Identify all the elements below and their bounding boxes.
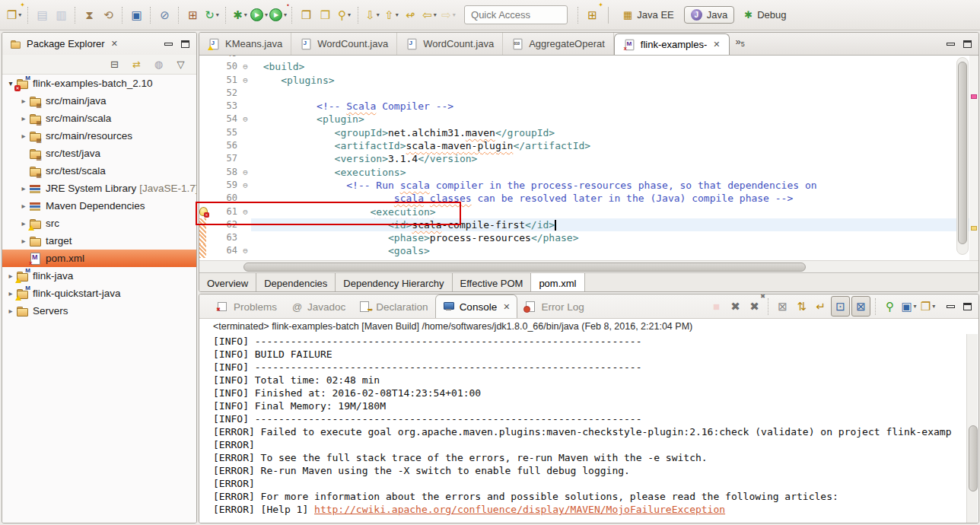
view-tab-error-log[interactable]: Error Log bbox=[517, 295, 590, 318]
remove-all-terminated-button[interactable]: ✖✖ bbox=[746, 297, 763, 316]
dropdown-arrow-icon[interactable]: ▾ bbox=[348, 11, 351, 18]
tree-expander-icon[interactable]: ▸ bbox=[18, 219, 29, 228]
code-line-60[interactable]: 60 scala classes can be resolved later i… bbox=[199, 192, 978, 205]
dropdown-arrow-icon[interactable]: ▾ bbox=[216, 11, 219, 18]
pom-page-tab-dependency-hierarchy[interactable]: Dependency Hierarchy bbox=[336, 273, 452, 292]
view-tab-declaration[interactable]: Declaration bbox=[352, 295, 434, 318]
tree-expander-icon[interactable]: ▸ bbox=[5, 272, 16, 280]
show-console-button[interactable]: ▣ bbox=[128, 5, 145, 24]
maximize-view-button[interactable] bbox=[963, 40, 972, 48]
tree-item-servers[interactable]: ▸Servers bbox=[2, 302, 196, 320]
code-line-58[interactable]: 58⊖ <executions> bbox=[199, 166, 978, 179]
toggle-mark-occurrences-button[interactable]: ⊘ bbox=[156, 5, 173, 24]
overview-ruler[interactable] bbox=[969, 56, 978, 260]
editor-tab-wordcount-java[interactable]: JWordCount.java bbox=[397, 33, 503, 55]
dropdown-arrow-icon[interactable]: ▾ bbox=[284, 11, 287, 18]
last-edit-location-button[interactable]: ↫ bbox=[402, 5, 419, 24]
run-button[interactable]: ▶▾ bbox=[250, 5, 268, 24]
console-vertical-scrollbar[interactable] bbox=[966, 334, 978, 523]
collapse-all-button[interactable]: ⊟ bbox=[106, 55, 123, 74]
dropdown-arrow-icon[interactable]: ▾ bbox=[244, 11, 247, 18]
pom-page-tab-effective-pom[interactable]: Effective POM bbox=[453, 273, 532, 292]
tree-item-src-main-scala[interactable]: ▸▦src/main/scala bbox=[2, 110, 196, 127]
dropdown-arrow-icon[interactable]: ▾ bbox=[18, 11, 21, 18]
dropdown-arrow-icon[interactable]: ▾ bbox=[932, 303, 935, 310]
dropdown-arrow-icon[interactable]: ▾ bbox=[453, 11, 456, 18]
tree-expander-icon[interactable]: ▸ bbox=[18, 202, 29, 210]
code-line-63[interactable]: 63 <phase>process-resources</phase> bbox=[199, 231, 978, 244]
focus-on-task-button[interactable]: ◍ bbox=[150, 55, 167, 74]
tree-item-maven-dependencies[interactable]: ▸Maven Dependencies bbox=[2, 197, 196, 215]
minimize-view-button[interactable] bbox=[947, 43, 955, 46]
editor-tab-flink-examples-[interactable]: Mxflink-examples-✕ bbox=[614, 33, 730, 55]
previous-annotation-button[interactable]: ⇧▾ bbox=[383, 5, 400, 24]
fold-toggle-icon[interactable]: ⊖ bbox=[240, 205, 251, 218]
maximize-view-button[interactable] bbox=[963, 303, 972, 310]
editor-tab-aggregateoperat[interactable]: 010AggregateOperat bbox=[503, 33, 614, 55]
tree-item-flink-quickstart-java[interactable]: ▸Mflink-quickstart-java bbox=[2, 285, 196, 302]
close-icon[interactable]: ✕ bbox=[713, 40, 720, 49]
tree-item-jre-system-library[interactable]: ▸JRE System Library[JavaSE-1.7] bbox=[2, 180, 196, 197]
code-line-62[interactable]: 62 <id>scala-compile-first</id> bbox=[199, 218, 978, 231]
code-line-61[interactable]: 61⊖ <execution> bbox=[199, 205, 978, 218]
hidden-editors-chevron[interactable]: »5 bbox=[730, 33, 751, 55]
close-icon[interactable]: ✕ bbox=[111, 39, 118, 49]
dropdown-arrow-icon[interactable]: ▾ bbox=[434, 11, 437, 18]
tree-expander-icon[interactable]: ▸ bbox=[5, 289, 16, 298]
tree-item-pom-xml[interactable]: Mxpom.xml bbox=[2, 250, 196, 267]
show-on-stdout-button[interactable]: ⊡ bbox=[831, 296, 850, 317]
run-external-tools-button[interactable]: ▶▪▾ bbox=[269, 5, 287, 24]
pom-page-tab-dependencies[interactable]: Dependencies bbox=[256, 273, 336, 292]
tree-item-src-test-java[interactable]: ▦src/test/java bbox=[2, 145, 196, 162]
pom-page-tab-pom-xml[interactable]: pom.xml bbox=[531, 273, 584, 292]
back-button[interactable]: ⇦▾ bbox=[421, 5, 438, 24]
code-line-55[interactable]: 55 <groupId>net.alchim31.maven</groupId> bbox=[199, 126, 978, 139]
publish-button[interactable]: ⧗ bbox=[81, 5, 98, 24]
code-line-57[interactable]: 57 <version>3.1.4</version> bbox=[199, 152, 978, 165]
link-with-editor-button[interactable]: ⇄ bbox=[128, 55, 145, 74]
code-line-50[interactable]: 50⊖ <build> bbox=[199, 60, 978, 73]
tree-item-flink-examples-batch-2-10[interactable]: ▾M✕flink-examples-batch_2.10 bbox=[2, 75, 196, 92]
fold-toggle-icon[interactable]: ⊖ bbox=[240, 74, 251, 87]
fold-toggle-icon[interactable]: ⊖ bbox=[240, 166, 251, 179]
code-line-64[interactable]: 64⊖ <goals> bbox=[199, 244, 978, 257]
code-line-56[interactable]: 56 <artifactId>scala-maven-plugin</artif… bbox=[199, 139, 978, 152]
tree-expander-icon[interactable]: ▸ bbox=[18, 237, 29, 245]
tree-item-src[interactable]: ▸src bbox=[2, 215, 196, 232]
error-quickfix-icon[interactable] bbox=[199, 207, 208, 216]
code-line-59[interactable]: 59⊖ <!-- Run scala compiler in the proce… bbox=[199, 179, 978, 192]
update-maven-project-button[interactable]: ↻▾ bbox=[203, 5, 221, 24]
package-explorer-tab[interactable]: Package Explorer ✕ bbox=[2, 33, 125, 55]
view-tab-console[interactable]: Console✕ bbox=[435, 294, 518, 318]
tree-item-src-test-scala[interactable]: ▦src/test/scala bbox=[2, 162, 196, 180]
maximize-view-button[interactable] bbox=[181, 40, 189, 48]
debug-button[interactable]: ✱▾ bbox=[231, 5, 249, 24]
minimize-view-button[interactable] bbox=[947, 305, 955, 308]
view-tab-problems[interactable]: Problems bbox=[210, 295, 284, 318]
tree-item-flink-java[interactable]: ▸Mflink-java bbox=[2, 267, 196, 285]
editor-vertical-scrollbar[interactable] bbox=[956, 57, 969, 255]
pin-console-button[interactable]: ⚲ bbox=[881, 297, 899, 316]
new-plugin-button[interactable]: ⊞ bbox=[184, 5, 202, 24]
xml-source-editor[interactable]: 4950⊖ <build>51⊖ <plugins>5253 <!-- Scal… bbox=[199, 56, 978, 260]
search-button[interactable]: ⚲▾ bbox=[336, 5, 353, 24]
tree-expander-icon[interactable]: ▸ bbox=[5, 307, 16, 315]
code-line-54[interactable]: 54⊖ <plugin> bbox=[199, 113, 978, 126]
help-link[interactable]: http://cwiki.apache.org/confluence/displ… bbox=[314, 504, 725, 515]
minimize-view-button[interactable] bbox=[164, 43, 173, 46]
show-on-stderr-button[interactable]: ⊠ bbox=[851, 296, 870, 317]
clear-console-button[interactable]: ⊠ bbox=[774, 297, 791, 316]
tree-expander-icon[interactable]: ▸ bbox=[18, 132, 29, 140]
view-tab-javadoc[interactable]: Javadoc bbox=[284, 295, 352, 318]
tree-expander-icon[interactable]: ▸ bbox=[18, 184, 29, 192]
word-wrap-button[interactable]: ↵ bbox=[812, 297, 829, 316]
open-resource-button[interactable]: ❒ bbox=[317, 5, 334, 24]
open-type-button[interactable]: ❒ bbox=[298, 5, 315, 24]
close-icon[interactable]: ✕ bbox=[503, 302, 510, 312]
editor-tab-kmeans-java[interactable]: JKMeans.java bbox=[199, 33, 291, 55]
tree-expander-icon[interactable]: ▸ bbox=[18, 114, 29, 123]
warning-marker[interactable] bbox=[971, 226, 977, 231]
open-console-button[interactable]: ❐▾ bbox=[919, 297, 937, 316]
remove-launch-button[interactable]: ✖ bbox=[727, 297, 744, 316]
fold-toggle-icon[interactable]: ⊖ bbox=[240, 113, 251, 126]
